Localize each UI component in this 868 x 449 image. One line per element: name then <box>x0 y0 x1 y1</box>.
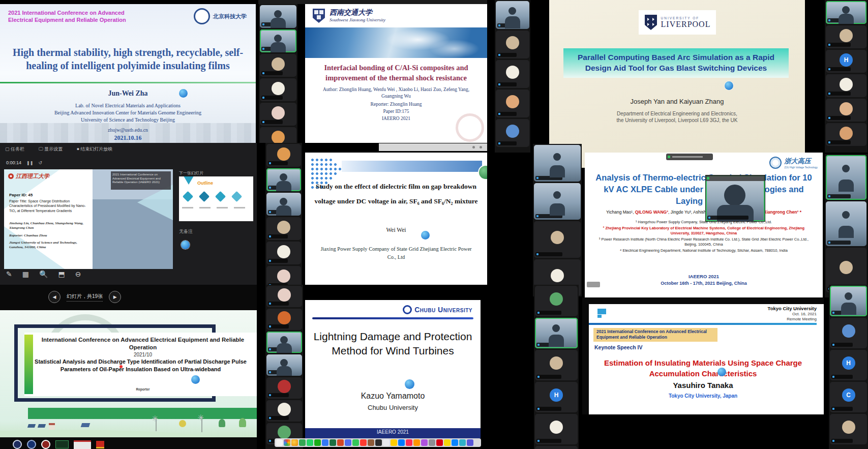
participant-avatar-tile[interactable] <box>266 377 302 399</box>
participant-avatar-tile[interactable] <box>826 123 866 146</box>
participant-avatar-tile[interactable] <box>266 217 301 240</box>
dock-app-icon[interactable] <box>413 439 420 446</box>
macos-dock[interactable] <box>275 438 481 447</box>
dock-app-icon[interactable] <box>352 439 359 446</box>
participant-video-tile[interactable] <box>266 332 302 353</box>
participant-initial-tile[interactable]: C <box>830 382 867 412</box>
participant-filmstrip[interactable] <box>265 143 302 285</box>
participant-filmstrip[interactable] <box>533 144 582 296</box>
participant-filmstrip[interactable]: H <box>825 0 867 153</box>
dock-app-icon[interactable] <box>368 439 374 446</box>
menu-item-display-settings[interactable]: 🖵 显示设置 <box>39 146 63 153</box>
dock-app-icon[interactable] <box>291 439 298 446</box>
participant-video-tile[interactable] <box>826 201 866 246</box>
participant-avatar-tile[interactable] <box>830 414 867 444</box>
participant-video-tile[interactable] <box>266 168 301 191</box>
participant-video-tile[interactable] <box>535 318 578 348</box>
participant-avatar-tile[interactable] <box>496 60 529 88</box>
participant-filmstrip[interactable] <box>265 285 303 449</box>
participant-video-tile[interactable] <box>826 1 866 24</box>
participant-avatar-tile[interactable] <box>535 414 578 444</box>
participant-filmstrip[interactable] <box>825 154 867 297</box>
participant-avatar-tile[interactable] <box>266 286 302 307</box>
participant-avatar-tile[interactable] <box>266 309 302 330</box>
dock-app-icon[interactable] <box>314 439 321 446</box>
participant-avatar-tile[interactable] <box>266 266 301 285</box>
participant-avatar-tile[interactable] <box>535 350 578 380</box>
participant-avatar <box>277 221 290 234</box>
date-line: Remote Meeting <box>787 317 817 321</box>
participant-video-tile[interactable] <box>830 286 867 316</box>
participant-avatar-tile[interactable] <box>496 89 529 117</box>
slide-browser-icon[interactable]: ▦ <box>22 270 29 278</box>
next-slide-thumbnail[interactable]: Outline <box>179 176 253 221</box>
dock-app-icon[interactable] <box>406 439 412 446</box>
restart-timer-icon[interactable]: ↺ <box>38 160 42 165</box>
participant-filmstrip[interactable]: HK <box>534 285 579 449</box>
participant-avatar-tile[interactable] <box>826 74 866 97</box>
dock-app-icon[interactable] <box>383 439 390 446</box>
dock-app-icon[interactable] <box>360 439 367 446</box>
dock-app-icon[interactable] <box>284 439 290 446</box>
screen-share-banner[interactable] <box>666 154 713 160</box>
participant-filmstrip[interactable] <box>259 4 297 143</box>
participant-avatar-tile[interactable] <box>535 286 578 316</box>
display-tool-icon[interactable]: ⬒ <box>58 270 65 278</box>
participant-video-tile[interactable] <box>826 155 866 200</box>
participant-video-tile[interactable] <box>534 183 581 220</box>
participant-avatar-tile[interactable] <box>260 103 296 126</box>
participant-avatar-tile[interactable] <box>826 25 866 48</box>
participant-video-tile[interactable] <box>534 145 581 182</box>
dock-app-icon[interactable] <box>421 439 428 446</box>
participant-avatar-tile[interactable] <box>260 54 296 77</box>
dock-app-icon[interactable] <box>444 439 451 446</box>
more-tools-icon[interactable]: ⊖ <box>75 270 81 278</box>
participant-video-tile[interactable] <box>260 5 296 28</box>
participant-avatar-tile[interactable] <box>826 99 866 122</box>
participant-avatar-tile[interactable] <box>260 127 296 143</box>
dock-app-icon[interactable] <box>345 439 351 446</box>
speaker-video-overlay[interactable] <box>705 175 765 222</box>
previous-slide-button[interactable]: ◀ <box>48 291 61 303</box>
pause-timer-icon[interactable]: ❚❚ <box>26 161 33 165</box>
dock-app-icon[interactable] <box>276 439 283 446</box>
participant-avatar-tile[interactable] <box>266 242 301 264</box>
dock-app-icon[interactable] <box>337 439 344 446</box>
participant-filmstrip[interactable]: HC <box>829 285 868 449</box>
participant-video-tile[interactable] <box>266 193 301 216</box>
dock-app-icon[interactable] <box>452 439 458 446</box>
participant-avatar-tile[interactable] <box>266 144 301 167</box>
next-slide-button[interactable]: ▶ <box>109 291 121 303</box>
dock-app-icon[interactable] <box>467 439 473 446</box>
participant-avatar <box>506 66 519 79</box>
participant-initial-tile[interactable]: H <box>826 50 866 73</box>
participant-initial-tile[interactable]: K <box>535 446 578 449</box>
participant-filmstrip[interactable] <box>495 0 530 153</box>
conference-title: International Conference on Advanced Ele… <box>39 336 247 351</box>
pen-tool-icon[interactable]: ✎ <box>6 270 12 278</box>
dock-app-icon[interactable] <box>436 439 443 446</box>
participant-avatar-tile[interactable] <box>534 221 581 258</box>
participant-video-tile[interactable] <box>266 354 302 376</box>
dock-app-icon[interactable] <box>322 439 328 446</box>
dock-app-icon[interactable] <box>391 439 397 446</box>
participant-avatar-tile[interactable] <box>830 318 867 348</box>
participant-video-tile[interactable] <box>496 1 529 29</box>
participant-initial-tile[interactable]: H <box>830 350 867 380</box>
dock-app-icon[interactable] <box>459 439 466 446</box>
participant-avatar-tile[interactable] <box>266 400 302 422</box>
participant-avatar-tile[interactable] <box>496 31 529 58</box>
zoom-tool-icon[interactable]: 🔍 <box>39 270 48 278</box>
dock-app-icon[interactable] <box>299 439 306 446</box>
dock-app-icon[interactable] <box>307 439 313 446</box>
participant-initial-tile[interactable]: H <box>535 382 578 412</box>
dock-app-icon[interactable] <box>398 439 405 446</box>
participant-video-tile[interactable] <box>260 29 296 52</box>
dock-app-icon[interactable] <box>330 439 336 446</box>
dock-app-icon[interactable] <box>375 439 382 446</box>
participant-avatar-tile[interactable] <box>260 78 296 101</box>
menu-item-end-show[interactable]: ⏹ 结束幻灯片放映 <box>77 146 112 153</box>
menu-item-taskbar[interactable]: ▢ 任务栏 <box>5 146 24 153</box>
participant-avatar-tile[interactable] <box>496 119 529 147</box>
dock-app-icon[interactable] <box>429 439 435 446</box>
